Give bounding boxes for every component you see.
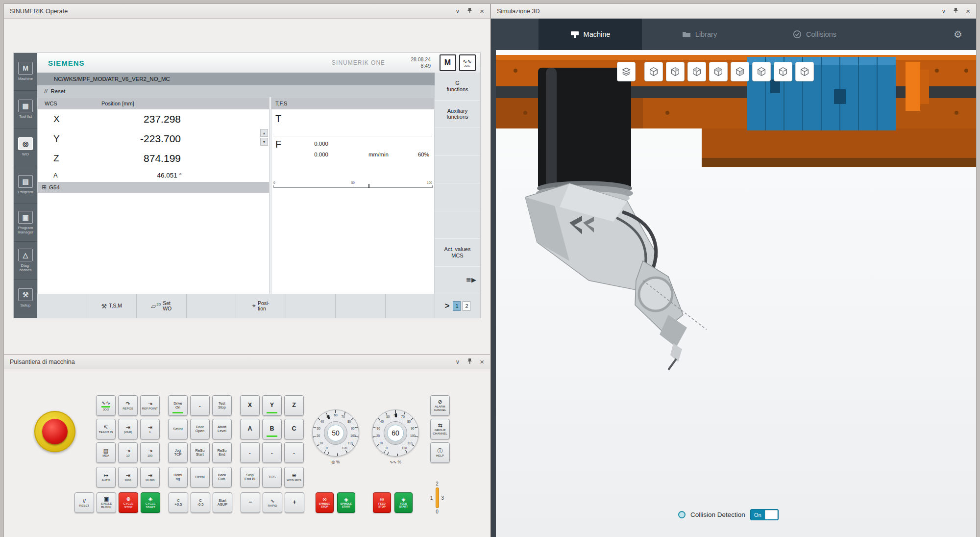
key-axis-b[interactable]: B bbox=[262, 419, 282, 439]
scroll-down-icon[interactable]: ▼ bbox=[260, 138, 268, 146]
close-icon[interactable]: × bbox=[480, 358, 484, 365]
key-plus[interactable]: + bbox=[285, 492, 304, 513]
key-auto[interactable]: ↦ AUTO bbox=[96, 467, 116, 487]
key-inc-1[interactable]: ⇥ 1 bbox=[140, 419, 160, 439]
key-recal[interactable]: Recal bbox=[190, 467, 210, 487]
key-teach-in[interactable]: ↸ TEACH IN bbox=[96, 419, 116, 439]
sidebar-item-machine[interactable]: M Machine bbox=[14, 53, 37, 91]
sidebar-item-diagnostics[interactable]: △ Diag- nostics bbox=[14, 242, 37, 280]
key-axis-z[interactable]: Z bbox=[284, 395, 304, 416]
key-dot-d[interactable]: . bbox=[284, 442, 304, 463]
view-cube-button-1[interactable] bbox=[644, 62, 663, 81]
key-abort-level[interactable]: Abort Level bbox=[212, 419, 232, 439]
key-minus[interactable]: − bbox=[241, 492, 260, 513]
page-button[interactable]: 1 bbox=[453, 301, 461, 311]
spindle-override-dial[interactable]: 0102030405060708090100110120 50 bbox=[312, 409, 359, 457]
softkey-empty[interactable] bbox=[385, 294, 435, 318]
key-inc-100[interactable]: ⇥ 100 bbox=[140, 442, 160, 463]
view-cube-button-3[interactable] bbox=[687, 62, 706, 81]
key-inc-10[interactable]: ⇥ 10 bbox=[118, 442, 138, 463]
key-start-asup[interactable]: Start ASUP bbox=[213, 492, 232, 513]
pin-icon[interactable] bbox=[953, 7, 958, 15]
collision-toggle[interactable]: On bbox=[750, 509, 779, 520]
softkey-tsm[interactable]: ⚒ T,S,M bbox=[87, 294, 137, 318]
tab-collisions[interactable]: Collisions bbox=[757, 19, 872, 50]
softkey-act-values-mcs[interactable]: Act. values MCS bbox=[435, 239, 480, 266]
pin-icon[interactable] bbox=[467, 7, 472, 15]
key-spindle-start[interactable]: ◈ SPINDLE START bbox=[337, 492, 355, 513]
softkey-menu-next[interactable]: ≣▶ bbox=[435, 267, 480, 294]
key-axis-a[interactable]: A bbox=[240, 419, 260, 439]
key-drive-on[interactable]: Drive On bbox=[168, 395, 188, 416]
key-cycle-start[interactable]: ◈ CYCLE START bbox=[141, 492, 160, 513]
softkey-empty[interactable] bbox=[435, 211, 480, 239]
softkey-empty[interactable] bbox=[286, 294, 336, 318]
feed-override-dial[interactable]: 0102030405060708090100110120 60 bbox=[372, 409, 419, 457]
softkey-set-wo[interactable]: ▱ 20 Set WO bbox=[136, 294, 186, 318]
view-cube-button-8[interactable] bbox=[795, 62, 814, 81]
sidebar-item-program[interactable]: ▤ Program bbox=[14, 166, 37, 204]
key-ref-point[interactable]: ⇥ REF.POINT bbox=[140, 395, 160, 416]
sim-viewport[interactable]: Collision Detection On bbox=[496, 50, 976, 537]
key-inc-var[interactable]: ⇥ [VAR] bbox=[118, 419, 138, 439]
view-cube-button-7[interactable] bbox=[774, 62, 792, 81]
softkey-empty[interactable] bbox=[37, 294, 87, 318]
close-icon[interactable]: × bbox=[480, 7, 484, 15]
key-repos[interactable]: ↷ REPOS bbox=[118, 395, 138, 416]
key-resu-end[interactable]: ReSu End bbox=[212, 442, 232, 463]
key-axis-c[interactable]: C bbox=[284, 419, 304, 439]
key-single-block[interactable]: ▣ SINGLE BLOCK bbox=[97, 492, 116, 513]
key-axis-x[interactable]: X bbox=[240, 395, 260, 416]
key-rapid[interactable]: ∿ RAPID bbox=[263, 492, 282, 513]
sidebar-item-tool-list[interactable]: ▦ Tool list bbox=[14, 91, 37, 128]
key-mda[interactable]: ▤ MDA bbox=[96, 442, 116, 463]
menu-extend-arrow[interactable]: > bbox=[445, 301, 450, 311]
key-group-channel[interactable]: ⇆ GROUP CHANNEL bbox=[430, 419, 450, 439]
key-spindle-stop[interactable]: ⊗ SPINDLE STOP bbox=[316, 492, 334, 513]
key-feed-stop[interactable]: ⊗ FEED STOP bbox=[373, 492, 391, 513]
key-door-open[interactable]: Door Open bbox=[190, 419, 210, 439]
sidebar-item-program-manager[interactable]: ▣ Program manager bbox=[14, 204, 37, 242]
key-dot-c[interactable]: . bbox=[262, 442, 282, 463]
key-wcs-mcs[interactable]: ⊕ WCS MCS bbox=[284, 467, 304, 487]
sidebar-item-wo[interactable]: ◎ WO bbox=[14, 128, 37, 166]
layers-button[interactable] bbox=[617, 62, 636, 81]
key-dot-a[interactable]: . bbox=[190, 395, 210, 416]
key-test-stop[interactable]: Test Stop bbox=[212, 395, 232, 416]
key-tcs[interactable]: TCS bbox=[262, 467, 282, 487]
view-cube-button-6[interactable] bbox=[752, 62, 771, 81]
machine-area-button[interactable]: M bbox=[440, 54, 456, 71]
softkey-empty[interactable] bbox=[435, 128, 480, 155]
settings-gear-icon[interactable]: ⚙ bbox=[954, 28, 962, 40]
tab-library[interactable]: Library bbox=[642, 19, 757, 50]
softkey-aux-functions[interactable]: Auxiliary functions bbox=[435, 101, 480, 128]
key-jog[interactable]: ∿∿ JOG bbox=[96, 395, 116, 416]
close-icon[interactable]: × bbox=[966, 7, 970, 15]
page-button[interactable]: 2 bbox=[463, 301, 470, 311]
softkey-empty[interactable] bbox=[335, 294, 385, 318]
key-inc-1000[interactable]: ⇥ 1000 bbox=[118, 467, 138, 487]
key-alarm-cancel[interactable]: ⊘ ALARM CANCEL bbox=[430, 395, 450, 416]
key-dot-b[interactable]: . bbox=[240, 442, 260, 463]
chevron-down-icon[interactable]: ∨ bbox=[455, 359, 460, 365]
key-back-cutt[interactable]: Back Cutt. bbox=[212, 467, 232, 487]
view-cube-button-2[interactable] bbox=[666, 62, 685, 81]
key-jog-tcp[interactable]: Jog TCP bbox=[168, 442, 188, 463]
chevron-down-icon[interactable]: ∨ bbox=[941, 8, 946, 14]
softkey-g-functions[interactable]: G functions bbox=[435, 73, 480, 100]
key-axis-y[interactable]: Y bbox=[262, 395, 282, 416]
scroll-up-icon[interactable]: ▲ bbox=[260, 129, 268, 137]
key-cycle-stop[interactable]: ⊗ CYCLE STOP bbox=[119, 492, 138, 513]
chevron-down-icon[interactable]: ∨ bbox=[455, 8, 460, 14]
key-homing[interactable]: Homi ng bbox=[168, 467, 188, 487]
softkey-position[interactable]: ⌖ Posi- tion bbox=[236, 294, 286, 318]
key-feed-start[interactable]: ◈ FEED START bbox=[394, 492, 413, 513]
key-setint[interactable]: SetInt bbox=[168, 419, 188, 439]
view-cube-button-4[interactable] bbox=[709, 62, 728, 81]
pin-icon[interactable] bbox=[467, 358, 472, 365]
key-help[interactable]: ⓘ HELP bbox=[430, 442, 450, 463]
key-reset[interactable]: // RESET bbox=[74, 492, 94, 513]
view-cube-button-5[interactable] bbox=[731, 62, 749, 81]
key-c-plus[interactable]: C +0.5 bbox=[169, 492, 188, 513]
emergency-stop-button[interactable] bbox=[34, 411, 75, 452]
